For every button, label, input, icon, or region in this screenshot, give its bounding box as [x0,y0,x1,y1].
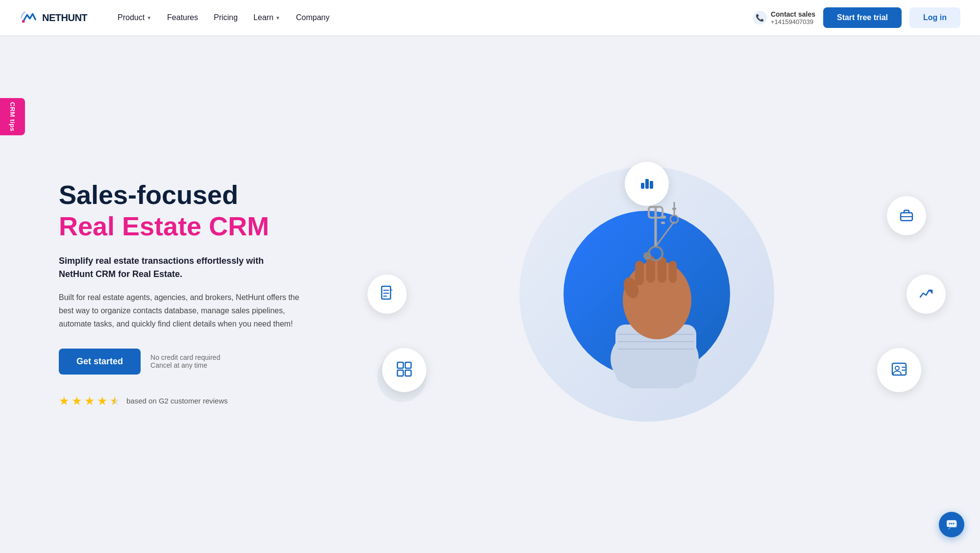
contact-phone: +14159407039 [771,18,815,25]
chat-button[interactable] [939,512,964,537]
cta-note: No credit card required Cancel at any ti… [150,353,220,369]
star-5: ★ ★ [110,394,121,408]
svg-rect-23 [641,183,644,189]
logo-icon [20,8,38,27]
bubble-charts [625,162,669,206]
chat-icon [946,519,957,530]
contact-sales[interactable]: 📞 Contact sales +14159407039 [753,10,815,25]
get-started-button[interactable]: Get started [59,349,141,375]
phone-icon: 📞 [753,11,767,25]
svg-point-0 [22,20,25,23]
document-icon [379,285,395,303]
cta-row: Get started No credit card required Canc… [59,349,353,375]
star-4: ★ [97,394,108,408]
navbar: NetHunt Product ▼ Features Pricing Learn… [0,0,980,35]
svg-line-18 [656,222,674,247]
stars: ★ ★ ★ ★ ★ ★ [59,394,121,408]
bubble-analytics [906,275,946,314]
logo[interactable]: NetHunt [20,8,87,27]
nav-item-learn[interactable]: Learn ▼ [246,9,287,26]
svg-rect-17 [661,222,665,224]
hero-section: Sales-focused Real Estate CRM Simplify r… [0,35,980,553]
contact-icon [890,360,908,380]
hero-title-line1: Sales-focused [59,180,353,209]
crm-tips-tab[interactable]: CRM tips [0,98,25,135]
svg-rect-8 [635,261,644,285]
svg-rect-33 [405,362,411,368]
contact-label: Contact sales [771,10,815,18]
star-3: ★ [84,394,95,408]
nav-item-features[interactable]: Features [160,9,205,26]
svg-rect-24 [645,179,649,189]
chevron-down-icon: ▼ [147,15,151,21]
login-button[interactable]: Log in [909,7,960,28]
nav-actions: 📞 Contact sales +14159407039 Start free … [753,7,960,28]
bubble-grid [382,348,426,392]
stars-row: ★ ★ ★ ★ ★ ★ based on G2 customer reviews [59,394,353,408]
svg-rect-10 [658,257,666,283]
cta-note-line2: Cancel at any time [150,361,220,369]
briefcase-icon [899,207,914,225]
bubble-document [368,275,407,314]
hero-visual [353,157,941,431]
svg-rect-32 [397,362,403,368]
svg-rect-21 [672,208,676,210]
star-1: ★ [59,394,70,408]
svg-rect-11 [669,261,677,283]
bubble-contact [877,348,921,392]
grid-icon [395,360,413,380]
svg-rect-16 [661,216,666,219]
svg-point-41 [949,523,951,525]
svg-point-43 [953,523,955,525]
logo-text: NetHunt [42,12,87,24]
svg-rect-34 [397,370,403,376]
nav-item-product[interactable]: Product ▼ [111,9,158,26]
svg-rect-25 [650,181,653,189]
nav-item-company[interactable]: Company [289,9,336,26]
hero-subtitle: Simplify real estate transactions effort… [59,254,294,281]
chevron-down-icon: ▼ [275,15,280,21]
svg-point-13 [649,247,662,260]
nav-item-pricing[interactable]: Pricing [207,9,245,26]
svg-point-42 [951,523,953,525]
star-2: ★ [72,394,82,408]
hand-keys-image [576,192,733,388]
trend-icon [918,285,934,303]
svg-point-29 [895,366,899,370]
hero-title-line2: Real Estate CRM [59,212,353,241]
svg-rect-35 [405,370,411,376]
cta-note-line1: No credit card required [150,353,220,361]
bar-chart-icon [638,174,656,194]
bubble-briefcase [887,196,926,235]
reviews-text: based on G2 customer reviews [126,397,228,405]
start-trial-button[interactable]: Start free trial [823,7,902,28]
hero-left: Sales-focused Real Estate CRM Simplify r… [59,180,353,407]
nav-links: Product ▼ Features Pricing Learn ▼ Compa… [111,9,753,26]
hero-description: Built for real estate agents, agencies, … [59,291,304,331]
svg-point-22 [643,252,651,260]
